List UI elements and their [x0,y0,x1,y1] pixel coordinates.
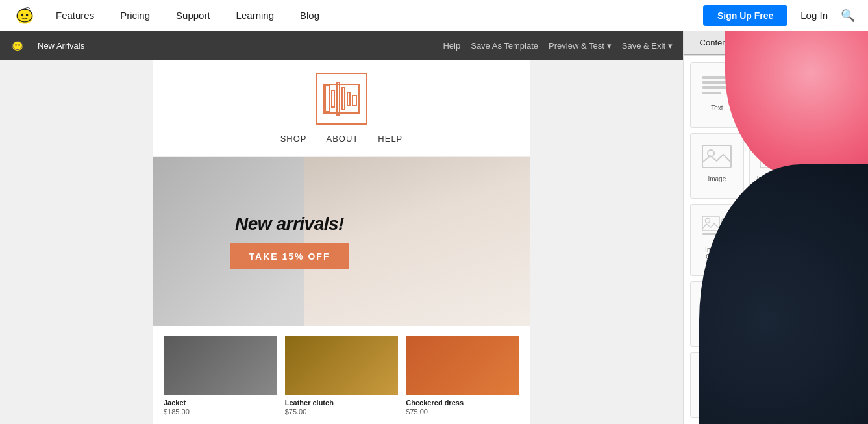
nav-learning[interactable]: Learning [236,10,274,21]
block-divider[interactable]: Divider [808,62,862,128]
editor-topbar: New Arrivals Help Save As Template Previ… [0,31,683,60]
block-product-icon [756,288,795,321]
block-button[interactable]: Button [808,281,862,347]
block-boxedtext-icon [756,69,795,102]
content-panel: Content Design Comments Text [683,31,868,424]
svg-text:in: in [840,232,844,236]
svg-rect-20 [764,79,787,81]
hero-cta-button[interactable]: TAKE 15% OFF [230,243,350,269]
product-clutch-name: Leather clutch [285,399,399,406]
tab-content[interactable]: Content [684,31,745,55]
block-code[interactable]: </> Code [690,352,744,418]
product-clutch-image [285,336,399,395]
block-button-icon [815,288,854,321]
editor-save-as-template[interactable]: Save As Template [471,41,538,51]
svg-rect-9 [332,90,334,107]
svg-rect-17 [702,86,731,89]
block-boxedtext-label: Boxed Text [760,105,791,112]
svg-rect-18 [702,92,721,94]
block-imagecard-label: Image Card [818,175,852,182]
block-media[interactable]: Media [749,352,803,418]
block-text[interactable]: Text [690,62,744,128]
svg-rect-26 [702,145,731,168]
block-product[interactable]: Product [749,281,803,347]
svg-rect-62 [706,312,727,314]
nav-features[interactable]: Features [56,10,94,21]
svg-rect-76 [823,381,835,382]
block-social-follow[interactable]: + f in in Social Follow [808,204,862,277]
product-jacket-name: Jacket [164,399,277,406]
editor-action-buttons: Help Save As Template Preview & Test ▾ S… [443,41,673,51]
email-nav-links: SHOP ABOUT HELP [280,134,403,143]
block-button-label: Button [825,323,844,330]
block-product-rec[interactable]: Product Rec [690,281,744,347]
panel-tabs: Content Design Comments [684,31,868,56]
nav-support[interactable]: Support [176,10,210,21]
block-imagegroup-label: Image Group [757,175,795,182]
svg-text:</>: </> [706,374,718,381]
product-dress: Checkered dress $75.00 [406,336,519,416]
svg-rect-13 [353,95,356,105]
block-image-caption[interactable]: Image + Caption [690,204,744,277]
product-clutch-price: $75.00 [285,408,399,416]
svg-rect-10 [337,82,340,115]
nav-blog[interactable]: Blog [300,10,319,21]
svg-rect-11 [342,88,345,110]
login-link[interactable]: Log In [800,10,828,21]
email-hero: New arrivals! TAKE 15% OFF [153,157,530,326]
svg-text:in: in [781,231,785,237]
block-image[interactable]: Image [690,133,744,199]
nav-pricing[interactable]: Pricing [120,10,150,21]
block-imagecaption-icon [697,211,736,243]
block-image-group[interactable]: Image Group [749,133,803,199]
block-social-share[interactable]: ↩ f in in Social Share [749,204,803,277]
svg-text:in: in [766,231,770,237]
block-imagegroup-icon [756,140,795,173]
block-socialfollow-icon: + f in in [815,211,854,243]
email-products-section: Jacket $185.00 Leather clutch $75.00 Che… [153,326,530,424]
block-footer[interactable]: Footer [808,352,862,418]
signup-button[interactable]: Sign Up Free [703,5,787,26]
svg-rect-32 [760,158,775,168]
svg-point-70 [714,366,717,369]
svg-rect-37 [823,160,836,162]
svg-text:f: f [781,218,783,224]
block-text-label: Text [711,105,723,112]
svg-text:f: f [840,218,842,224]
svg-rect-21 [764,83,787,85]
editor-campaign-title: New Arrivals [38,41,430,51]
svg-rect-41 [702,233,719,235]
email-nav-shop: SHOP [280,134,307,143]
svg-point-46 [779,216,788,225]
tab-comments[interactable]: Comments [806,31,868,55]
block-divider-icon [815,69,854,102]
svg-point-5 [13,42,23,50]
product-dress-image [406,336,519,395]
product-dress-price: $75.00 [406,408,519,416]
block-image-card[interactable]: Image Card [808,133,862,199]
svg-point-69 [710,366,712,369]
tab-design[interactable]: Design [745,31,807,55]
search-icon[interactable]: 🔍 [841,8,855,23]
svg-rect-16 [702,81,731,84]
editor-preview-test[interactable]: Preview & Test ▾ [549,41,612,51]
editor-logo [10,38,25,53]
svg-rect-38 [823,164,832,166]
hero-title: New arrivals! [230,214,350,234]
email-header: SHOP ABOUT HELP [153,60,530,157]
svg-text:↩: ↩ [765,218,771,224]
email-preview-canvas: SHOP ABOUT HELP New arrivals! TAKE 15% O… [0,60,683,424]
block-boxed-text[interactable]: Boxed Text [749,62,803,128]
block-code-label: Code [709,394,725,401]
block-footer-icon [815,359,854,392]
editor-save-exit[interactable]: Save & Exit ▾ [622,41,673,51]
svg-rect-33 [777,158,791,168]
main-nav: Features Pricing Support Learning Blog S… [0,0,868,31]
svg-point-27 [708,150,714,156]
svg-rect-25 [821,92,849,94]
block-productrec-label: Product Rec [699,323,735,330]
product-jacket-image [164,336,277,395]
block-productrec-icon [697,288,736,321]
editor-help[interactable]: Help [443,41,460,51]
svg-rect-35 [821,144,849,158]
